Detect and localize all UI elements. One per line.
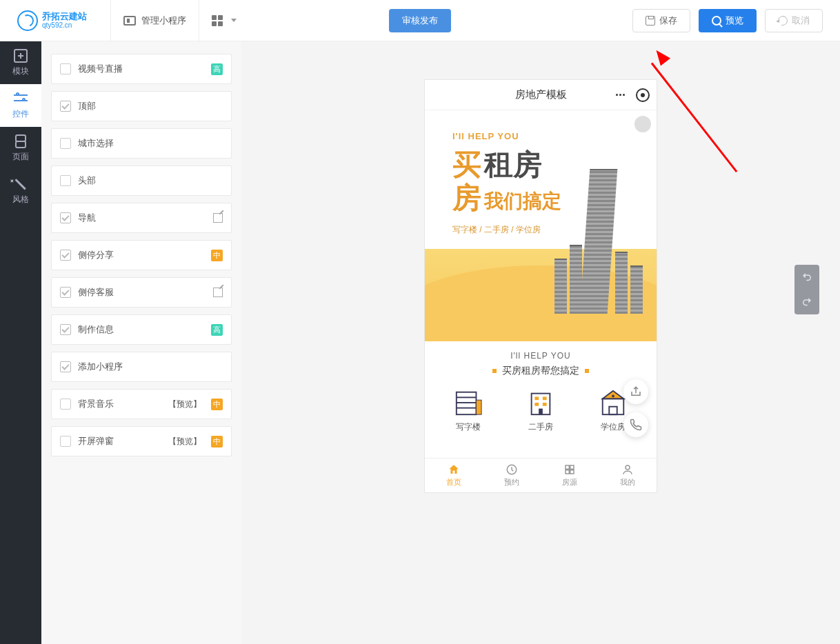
hero-move-icon[interactable] xyxy=(634,116,651,132)
preview-button[interactable]: 预览 xyxy=(699,9,757,32)
checkbox[interactable] xyxy=(60,250,71,261)
tab-预约[interactable]: 预约 xyxy=(483,459,541,492)
category-label: 学位房 xyxy=(601,421,626,433)
wand-icon xyxy=(11,174,30,193)
category-item[interactable]: 写字楼 xyxy=(452,388,484,433)
category-label: 写字楼 xyxy=(456,421,481,433)
undo-button[interactable] xyxy=(794,265,819,290)
tab-bar: 首页预约房源我的 xyxy=(425,458,657,492)
control-label: 导航 xyxy=(78,212,206,224)
magnifier-icon xyxy=(712,16,721,26)
svg-rect-9 xyxy=(543,403,547,406)
checkbox[interactable] xyxy=(60,212,71,223)
tab-label: 预约 xyxy=(504,477,519,487)
control-label: 开屏弹窗 xyxy=(78,435,161,447)
undo-icon xyxy=(776,14,789,27)
control-item[interactable]: 背景音乐【预览】中 xyxy=(51,389,232,419)
control-item[interactable]: 视频号直播高 xyxy=(51,54,232,84)
dashboard-icon xyxy=(123,16,136,26)
level-badge: 高 xyxy=(211,324,223,336)
control-item[interactable]: 导航 xyxy=(51,203,232,233)
rail-modules[interactable]: 模块 xyxy=(0,41,41,84)
tab-label: 我的 xyxy=(620,477,635,487)
category-label: 二手房 xyxy=(528,421,553,433)
history-stack xyxy=(794,265,819,314)
category-icon xyxy=(525,388,557,417)
svg-point-20 xyxy=(626,465,630,470)
checkbox[interactable] xyxy=(60,138,71,149)
cancel-button[interactable]: 取消 xyxy=(765,9,823,32)
checkbox[interactable] xyxy=(60,287,71,298)
svg-rect-13 xyxy=(610,407,617,414)
tab-房源[interactable]: 房源 xyxy=(541,459,599,492)
tab-label: 首页 xyxy=(446,477,461,487)
control-item[interactable]: 侧停客服 xyxy=(51,277,232,308)
control-label: 制作信息 xyxy=(78,323,204,336)
logo[interactable]: 乔拓云建站 qty592.cn xyxy=(0,10,97,31)
tab-icon xyxy=(563,463,576,476)
svg-rect-8 xyxy=(534,403,539,406)
controls-panel: 视频号直播高顶部城市选择头部导航侧停分享中侧停客服制作信息高添加小程序背景音乐【… xyxy=(41,41,241,644)
rail-styles[interactable]: 风格 xyxy=(0,170,41,212)
logo-icon xyxy=(17,10,38,31)
manage-miniprogram-button[interactable]: 管理小程序 xyxy=(110,0,199,41)
preview-tag: 【预览】 xyxy=(168,399,201,410)
redo-button[interactable] xyxy=(794,290,819,314)
rail-pages[interactable]: 页面 xyxy=(0,127,41,170)
checkbox[interactable] xyxy=(60,63,71,74)
rail-controls[interactable]: 控件 xyxy=(0,84,41,127)
level-badge: 高 xyxy=(211,63,223,75)
save-label: 保存 xyxy=(659,14,677,27)
control-item[interactable]: 添加小程序 xyxy=(51,352,232,382)
control-label: 头部 xyxy=(78,174,223,187)
svg-rect-16 xyxy=(566,465,569,469)
float-phone-button[interactable] xyxy=(623,412,648,437)
control-item[interactable]: 顶部 xyxy=(51,91,232,121)
control-item[interactable]: 制作信息高 xyxy=(51,314,232,345)
checkbox[interactable] xyxy=(60,324,71,335)
publish-button[interactable]: 审核发布 xyxy=(389,9,451,32)
promo-eyebrow: I'll HELP YOU xyxy=(425,351,657,361)
checkbox[interactable] xyxy=(60,361,71,372)
tab-首页[interactable]: 首页 xyxy=(425,459,483,492)
more-icon[interactable] xyxy=(611,89,629,101)
stack-icon xyxy=(14,134,28,148)
svg-rect-4 xyxy=(476,400,481,414)
svg-rect-7 xyxy=(543,396,547,400)
edit-icon[interactable] xyxy=(213,288,223,297)
left-rail: 模块 控件 页面 风格 xyxy=(0,41,41,644)
hero-banner[interactable]: I'll HELP YOU 买 租房 房 我们搞定 写字楼 / 二手房 / 学位… xyxy=(425,110,657,341)
checkbox[interactable] xyxy=(60,175,71,186)
edit-icon[interactable] xyxy=(213,213,223,223)
apps-dropdown[interactable] xyxy=(199,0,249,41)
phone-titlebar: 房地产模板 xyxy=(425,80,657,110)
svg-rect-0 xyxy=(456,392,476,414)
checkbox[interactable] xyxy=(60,436,71,447)
level-badge: 中 xyxy=(211,250,223,261)
tab-label: 房源 xyxy=(562,477,577,487)
checkbox[interactable] xyxy=(60,101,71,112)
hero-sub: 写字楼 / 二手房 / 学位房 xyxy=(452,224,561,236)
control-label: 城市选择 xyxy=(78,137,223,150)
control-label: 顶部 xyxy=(78,100,223,112)
logo-main: 乔拓云建站 xyxy=(42,12,87,21)
control-label: 侧停客服 xyxy=(78,286,206,299)
chevron-down-icon xyxy=(231,19,237,22)
target-icon[interactable] xyxy=(636,88,650,102)
save-button[interactable]: 保存 xyxy=(632,9,690,32)
annotation-arrow xyxy=(652,62,790,64)
float-share-button[interactable] xyxy=(623,379,648,404)
cancel-label: 取消 xyxy=(792,14,810,27)
svg-point-14 xyxy=(612,395,614,398)
control-item[interactable]: 侧停分享中 xyxy=(51,240,232,270)
control-item[interactable]: 头部 xyxy=(51,165,232,196)
tab-我的[interactable]: 我的 xyxy=(599,459,657,492)
checkbox[interactable] xyxy=(60,399,71,410)
control-item[interactable]: 城市选择 xyxy=(51,128,232,159)
control-label: 视频号直播 xyxy=(78,63,204,75)
svg-rect-19 xyxy=(570,470,574,474)
canvas: 房地产模板 I'll HELP YOU 买 租房 房 我们搞定 写字楼 / xyxy=(241,41,840,644)
logo-sub: qty592.cn xyxy=(42,21,87,29)
control-item[interactable]: 开屏弹窗【预览】中 xyxy=(51,426,232,456)
category-item[interactable]: 二手房 xyxy=(525,388,557,433)
